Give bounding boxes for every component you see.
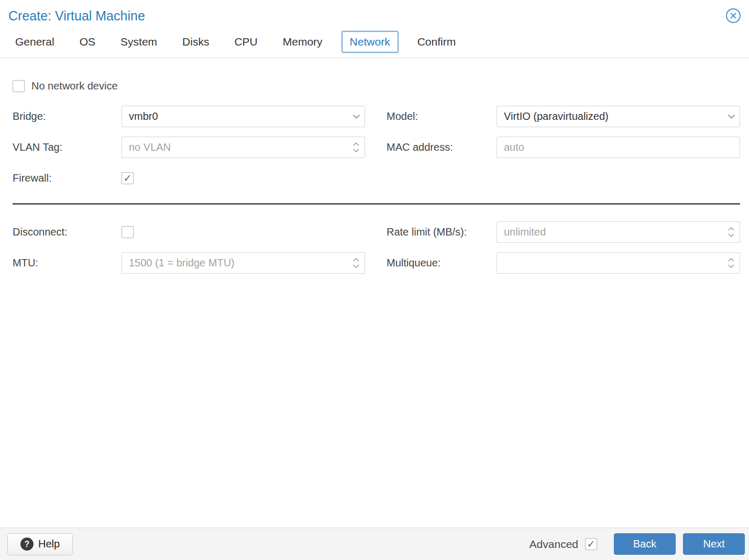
vlan-tag-label: VLAN Tag:: [13, 141, 122, 153]
spinner-up-down-icon[interactable]: [722, 252, 740, 274]
mac-address-input[interactable]: [497, 137, 740, 158]
row-bridge-model: Bridge: Model:: [13, 106, 740, 127]
multiqueue-input[interactable]: [497, 252, 740, 274]
help-button[interactable]: ? Help: [7, 533, 73, 555]
tab-confirm[interactable]: Confirm: [410, 31, 464, 52]
question-mark-icon: ?: [20, 537, 34, 551]
mtu-spinner: [122, 252, 365, 274]
tab-memory[interactable]: Memory: [275, 31, 331, 52]
dialog-title: Create: Virtual Machine: [8, 8, 145, 24]
mac-address-label: MAC address:: [387, 141, 497, 153]
spinner-up-down-icon[interactable]: [347, 252, 365, 274]
tab-general[interactable]: General: [7, 31, 62, 52]
tab-system[interactable]: System: [113, 31, 165, 52]
spinner-up-down-icon[interactable]: [347, 137, 365, 158]
multiqueue-spinner: [497, 252, 740, 274]
row-disconnect-ratelimit: Disconnect: Rate limit (MB/s):: [13, 221, 740, 243]
spinner-up-down-icon[interactable]: [722, 221, 740, 243]
firewall-checkbox[interactable]: ✓: [122, 172, 134, 184]
row-mtu-multiqueue: MTU: Multiqueue:: [13, 252, 740, 274]
no-network-device-label: No network device: [31, 80, 118, 92]
advanced-label: Advanced: [530, 538, 578, 551]
dialog-footer: ? Help Advanced ✓ Back Next: [0, 528, 749, 560]
create-vm-dialog: Create: Virtual Machine General OS Syste…: [0, 0, 749, 560]
tab-cpu[interactable]: CPU: [226, 31, 265, 52]
multiqueue-label: Multiqueue:: [387, 257, 497, 269]
model-label: Model:: [387, 110, 497, 122]
tab-network[interactable]: Network: [342, 31, 398, 52]
close-icon[interactable]: [725, 7, 742, 24]
bridge-input[interactable]: [122, 106, 365, 127]
rate-limit-spinner: [497, 221, 740, 243]
checkbox-mark: ✓: [124, 173, 132, 183]
bridge-combo: [122, 106, 365, 127]
no-network-device-checkbox[interactable]: [13, 80, 25, 92]
mtu-label: MTU:: [13, 257, 122, 269]
disconnect-checkbox[interactable]: [122, 226, 134, 238]
row-vlan-mac: VLAN Tag: MAC address:: [13, 137, 740, 158]
chevron-down-icon[interactable]: [722, 106, 740, 127]
tab-os[interactable]: OS: [72, 31, 103, 52]
section-divider: [13, 203, 740, 205]
dialog-titlebar: Create: Virtual Machine: [0, 0, 749, 28]
vlan-tag-input[interactable]: [122, 137, 365, 158]
checkbox-mark: ✓: [587, 539, 596, 549]
mtu-input[interactable]: [122, 252, 365, 274]
help-button-label: Help: [38, 538, 60, 550]
no-network-device-row: No network device: [13, 80, 740, 92]
model-combo: [497, 106, 740, 127]
back-button[interactable]: Back: [614, 533, 676, 555]
row-firewall: Firewall: ✓: [13, 167, 740, 188]
tab-disks[interactable]: Disks: [174, 31, 217, 52]
next-button[interactable]: Next: [683, 533, 745, 555]
disconnect-label: Disconnect:: [13, 226, 122, 238]
firewall-label: Firewall:: [13, 172, 122, 184]
rate-limit-input[interactable]: [497, 221, 740, 243]
rate-limit-label: Rate limit (MB/s):: [387, 226, 497, 238]
mac-address-field: [497, 137, 740, 158]
footer-actions: Advanced ✓ Back Next: [530, 533, 745, 555]
bridge-label: Bridge:: [13, 110, 122, 122]
network-form: No network device Bridge: Model: VLAN T: [0, 58, 749, 528]
model-input[interactable]: [497, 106, 740, 127]
vlan-tag-spinner: [122, 137, 365, 158]
tab-bar: General OS System Disks CPU Memory Netwo…: [0, 28, 749, 58]
advanced-checkbox[interactable]: ✓: [585, 538, 597, 550]
chevron-down-icon[interactable]: [347, 106, 365, 127]
